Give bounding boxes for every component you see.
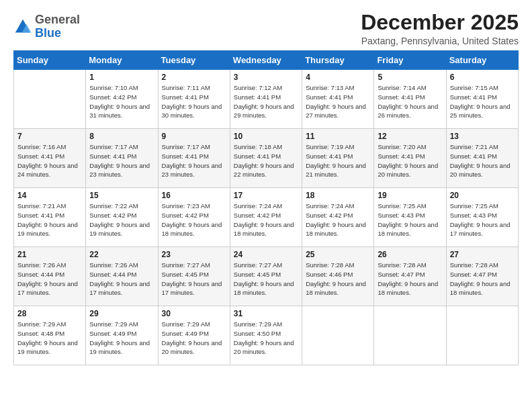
weekday-header-tuesday: Tuesday [158, 51, 230, 70]
day-number: 11 [306, 132, 370, 141]
calendar-cell [14, 70, 86, 129]
day-info: Sunrise: 7:29 AMSunset: 4:49 PMDaylight:… [89, 320, 154, 357]
weekday-header-saturday: Saturday [446, 51, 518, 70]
calendar-cell: 13Sunrise: 7:21 AMSunset: 4:41 PMDayligh… [446, 129, 518, 188]
calendar-cell: 9Sunrise: 7:17 AMSunset: 4:41 PMDaylight… [158, 129, 230, 188]
day-number: 10 [234, 132, 298, 141]
day-info: Sunrise: 7:28 AMSunset: 4:46 PMDaylight:… [306, 261, 370, 298]
title-area: December 2025 Paxtang, Pennsylvania, Uni… [361, 11, 519, 46]
calendar-cell: 1Sunrise: 7:10 AMSunset: 4:42 PMDaylight… [86, 70, 158, 129]
calendar-cell [374, 306, 446, 365]
calendar-cell [302, 306, 374, 365]
calendar-cell: 23Sunrise: 7:27 AMSunset: 4:45 PMDayligh… [158, 247, 230, 306]
day-number: 9 [162, 132, 226, 141]
day-number: 31 [234, 309, 298, 318]
day-info: Sunrise: 7:15 AMSunset: 4:41 PMDaylight:… [450, 83, 515, 120]
day-info: Sunrise: 7:18 AMSunset: 4:41 PMDaylight:… [234, 142, 298, 179]
page: General Blue December 2025 Paxtang, Penn… [0, 0, 532, 411]
calendar-cell: 7Sunrise: 7:16 AMSunset: 4:41 PMDaylight… [14, 129, 86, 188]
weekday-header-thursday: Thursday [302, 51, 374, 70]
day-info: Sunrise: 7:27 AMSunset: 4:45 PMDaylight:… [162, 261, 226, 298]
calendar-cell: 16Sunrise: 7:23 AMSunset: 4:42 PMDayligh… [158, 188, 230, 247]
calendar-cell: 4Sunrise: 7:13 AMSunset: 4:41 PMDaylight… [302, 70, 374, 129]
day-info: Sunrise: 7:22 AMSunset: 4:42 PMDaylight:… [89, 201, 154, 238]
day-info: Sunrise: 7:24 AMSunset: 4:42 PMDaylight:… [234, 201, 298, 238]
calendar-cell: 5Sunrise: 7:14 AMSunset: 4:41 PMDaylight… [374, 70, 446, 129]
day-number: 14 [17, 191, 82, 200]
day-number: 20 [450, 191, 515, 200]
day-number: 4 [306, 73, 370, 82]
calendar-cell: 28Sunrise: 7:29 AMSunset: 4:48 PMDayligh… [14, 306, 86, 365]
day-number: 26 [378, 250, 442, 259]
day-number: 7 [17, 132, 82, 141]
calendar-cell: 14Sunrise: 7:21 AMSunset: 4:41 PMDayligh… [14, 188, 86, 247]
day-info: Sunrise: 7:16 AMSunset: 4:41 PMDaylight:… [17, 142, 82, 179]
logo-blue-text: Blue [35, 26, 61, 40]
calendar-header: SundayMondayTuesdayWednesdayThursdayFrid… [14, 51, 519, 70]
calendar-cell: 2Sunrise: 7:11 AMSunset: 4:41 PMDaylight… [158, 70, 230, 129]
logo-general-text: General [35, 13, 80, 26]
weekday-row: SundayMondayTuesdayWednesdayThursdayFrid… [14, 51, 519, 70]
week-row-3: 14Sunrise: 7:21 AMSunset: 4:41 PMDayligh… [14, 188, 519, 247]
week-row-1: 1Sunrise: 7:10 AMSunset: 4:42 PMDaylight… [14, 70, 519, 129]
day-number: 25 [306, 250, 370, 259]
day-info: Sunrise: 7:11 AMSunset: 4:41 PMDaylight:… [162, 83, 226, 120]
calendar-cell: 27Sunrise: 7:28 AMSunset: 4:47 PMDayligh… [446, 247, 518, 306]
calendar-cell [446, 306, 518, 365]
day-number: 16 [162, 191, 226, 200]
weekday-header-friday: Friday [374, 51, 446, 70]
logo: General Blue [13, 13, 80, 40]
day-info: Sunrise: 7:25 AMSunset: 4:43 PMDaylight:… [378, 201, 442, 238]
day-number: 12 [378, 132, 442, 141]
day-info: Sunrise: 7:21 AMSunset: 4:41 PMDaylight:… [17, 201, 82, 238]
day-number: 3 [234, 73, 298, 82]
day-info: Sunrise: 7:28 AMSunset: 4:47 PMDaylight:… [378, 261, 442, 298]
calendar-cell: 10Sunrise: 7:18 AMSunset: 4:41 PMDayligh… [230, 129, 302, 188]
calendar-cell: 6Sunrise: 7:15 AMSunset: 4:41 PMDaylight… [446, 70, 518, 129]
day-info: Sunrise: 7:20 AMSunset: 4:41 PMDaylight:… [378, 142, 442, 179]
day-info: Sunrise: 7:29 AMSunset: 4:49 PMDaylight:… [162, 320, 226, 357]
calendar-cell: 18Sunrise: 7:24 AMSunset: 4:42 PMDayligh… [302, 188, 374, 247]
weekday-header-wednesday: Wednesday [230, 51, 302, 70]
calendar-cell: 24Sunrise: 7:27 AMSunset: 4:45 PMDayligh… [230, 247, 302, 306]
weekday-header-sunday: Sunday [14, 51, 86, 70]
day-info: Sunrise: 7:12 AMSunset: 4:41 PMDaylight:… [234, 83, 298, 120]
week-row-4: 21Sunrise: 7:26 AMSunset: 4:44 PMDayligh… [14, 247, 519, 306]
calendar-cell: 29Sunrise: 7:29 AMSunset: 4:49 PMDayligh… [86, 306, 158, 365]
location: Paxtang, Pennsylvania, United States [361, 36, 519, 46]
day-info: Sunrise: 7:26 AMSunset: 4:44 PMDaylight:… [89, 261, 154, 298]
calendar-cell: 25Sunrise: 7:28 AMSunset: 4:46 PMDayligh… [302, 247, 374, 306]
day-number: 28 [17, 309, 82, 318]
day-info: Sunrise: 7:24 AMSunset: 4:42 PMDaylight:… [306, 201, 370, 238]
day-info: Sunrise: 7:10 AMSunset: 4:42 PMDaylight:… [89, 83, 154, 120]
calendar-body: 1Sunrise: 7:10 AMSunset: 4:42 PMDaylight… [14, 70, 519, 365]
week-row-5: 28Sunrise: 7:29 AMSunset: 4:48 PMDayligh… [14, 306, 519, 365]
week-row-2: 7Sunrise: 7:16 AMSunset: 4:41 PMDaylight… [14, 129, 519, 188]
weekday-header-monday: Monday [86, 51, 158, 70]
day-info: Sunrise: 7:14 AMSunset: 4:41 PMDaylight:… [378, 83, 442, 120]
day-info: Sunrise: 7:29 AMSunset: 4:48 PMDaylight:… [17, 320, 82, 357]
day-info: Sunrise: 7:27 AMSunset: 4:45 PMDaylight:… [234, 261, 298, 298]
day-number: 21 [17, 250, 82, 259]
calendar-cell: 19Sunrise: 7:25 AMSunset: 4:43 PMDayligh… [374, 188, 446, 247]
header: General Blue December 2025 Paxtang, Penn… [13, 11, 519, 46]
day-number: 27 [450, 250, 515, 259]
calendar: SundayMondayTuesdayWednesdayThursdayFrid… [13, 50, 519, 365]
day-info: Sunrise: 7:19 AMSunset: 4:41 PMDaylight:… [306, 142, 370, 179]
day-number: 8 [89, 132, 154, 141]
day-number: 1 [89, 73, 154, 82]
calendar-cell: 17Sunrise: 7:24 AMSunset: 4:42 PMDayligh… [230, 188, 302, 247]
day-number: 15 [89, 191, 154, 200]
day-number: 29 [89, 309, 154, 318]
calendar-cell: 12Sunrise: 7:20 AMSunset: 4:41 PMDayligh… [374, 129, 446, 188]
calendar-cell: 22Sunrise: 7:26 AMSunset: 4:44 PMDayligh… [86, 247, 158, 306]
day-number: 22 [89, 250, 154, 259]
day-number: 30 [162, 309, 226, 318]
day-number: 23 [162, 250, 226, 259]
day-info: Sunrise: 7:21 AMSunset: 4:41 PMDaylight:… [450, 142, 515, 179]
day-number: 5 [378, 73, 442, 82]
calendar-cell: 21Sunrise: 7:26 AMSunset: 4:44 PMDayligh… [14, 247, 86, 306]
day-number: 18 [306, 191, 370, 200]
day-info: Sunrise: 7:17 AMSunset: 4:41 PMDaylight:… [162, 142, 226, 179]
day-info: Sunrise: 7:17 AMSunset: 4:41 PMDaylight:… [89, 142, 154, 179]
